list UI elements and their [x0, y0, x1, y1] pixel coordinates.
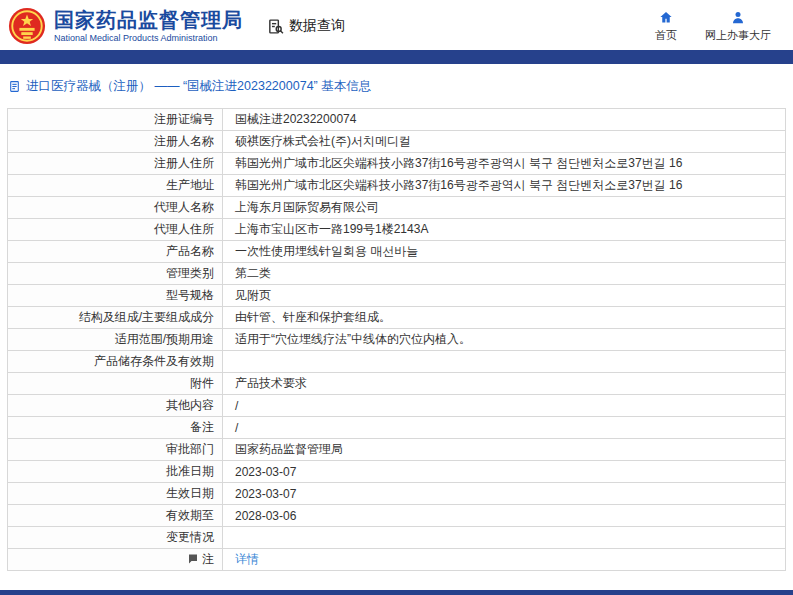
table-row: 结构及组成/主要组成成分 由针管、针座和保护套组成。	[8, 307, 786, 329]
field-value: 上海市宝山区市一路199号1楼2143A	[223, 219, 786, 241]
brand: 国家药品监督管理局 National Medical Products Admi…	[8, 7, 243, 45]
breadcrumb: 进口医疗器械（注册） —— “国械注进20232200074” 基本信息	[0, 64, 793, 95]
field-value: 国械注进20232200074	[223, 109, 786, 131]
field-value: 韩国光州广域市北区尖端科技小路37街16号광주광역시 북구 첨단벤처소로37번길…	[223, 153, 786, 175]
table-row: 其他内容 /	[8, 395, 786, 417]
nav-home-label: 首页	[655, 28, 677, 43]
user-icon	[730, 10, 746, 25]
table-row: 代理人名称 上海东月国际贸易有限公司	[8, 197, 786, 219]
field-value	[223, 351, 786, 373]
field-value: 详情	[223, 549, 786, 571]
note-label: 注	[202, 552, 214, 566]
field-value: 2028-03-06	[223, 505, 786, 527]
field-label: 审批部门	[8, 439, 223, 461]
table-row: 注册人名称 硕祺医疗株式会社(주)서치메디컬	[8, 131, 786, 153]
footer-bar	[0, 590, 793, 595]
field-value: 上海东月国际贸易有限公司	[223, 197, 786, 219]
field-value: 韩国光州广域市北区尖端科技小路37街16号광주광역시 북구 첨단벤처소로37번길…	[223, 175, 786, 197]
field-label: 有效期至	[8, 505, 223, 527]
nav-online-hall[interactable]: 网上办事大厅	[705, 10, 771, 43]
registration-table: 注册证编号 国械注进20232200074 注册人名称 硕祺医疗株式会社(주)서…	[7, 108, 786, 571]
site-subtitle: National Medical Products Administration	[54, 33, 243, 43]
page: 国家药品监督管理局 National Medical Products Admi…	[0, 0, 793, 595]
table-row: 代理人住所 上海市宝山区市一路199号1楼2143A	[8, 219, 786, 241]
breadcrumb-text: 进口医疗器械（注册） —— “国械注进20232200074” 基本信息	[26, 78, 371, 95]
field-value: 由针管、针座和保护套组成。	[223, 307, 786, 329]
field-label: 适用范围/预期用途	[8, 329, 223, 351]
document-icon	[8, 80, 21, 93]
field-value: /	[223, 395, 786, 417]
nav-online-hall-label: 网上办事大厅	[705, 28, 771, 43]
field-label: 注册人住所	[8, 153, 223, 175]
field-label: 产品储存条件及有效期	[8, 351, 223, 373]
field-value: 2023-03-07	[223, 461, 786, 483]
field-label: 产品名称	[8, 241, 223, 263]
table-row: 注 详情	[8, 549, 786, 571]
field-value: 适用于“穴位埋线疗法”中线体的穴位内植入。	[223, 329, 786, 351]
field-label: 生效日期	[8, 483, 223, 505]
field-label: 管理类别	[8, 263, 223, 285]
table-row: 生效日期 2023-03-07	[8, 483, 786, 505]
field-label: 结构及组成/主要组成成分	[8, 307, 223, 329]
nav-home[interactable]: 首页	[655, 10, 677, 43]
nav-data-query-label: 数据查询	[289, 17, 345, 35]
field-label: 注册证编号	[8, 109, 223, 131]
brand-text: 国家药品监督管理局 National Medical Products Admi…	[54, 9, 243, 43]
table-row: 附件 产品技术要求	[8, 373, 786, 395]
table-row: 变更情况	[8, 527, 786, 549]
table-row: 管理类别 第二类	[8, 263, 786, 285]
detail-link[interactable]: 详情	[235, 552, 259, 566]
field-label: 生产地址	[8, 175, 223, 197]
table-row: 适用范围/预期用途 适用于“穴位埋线疗法”中线体的穴位内植入。	[8, 329, 786, 351]
note-bubble-icon	[187, 553, 199, 568]
national-emblem-icon	[8, 7, 46, 45]
field-value	[223, 527, 786, 549]
nav-bar	[0, 50, 793, 64]
table-row: 生产地址 韩国光州广域市北区尖端科技小路37街16号광주광역시 북구 첨단벤처소…	[8, 175, 786, 197]
nav-data-query[interactable]: 数据查询	[267, 17, 345, 35]
field-value: 硕祺医疗株式会社(주)서치메디컬	[223, 131, 786, 153]
field-value: 一次性使用埋线针일회용 매선바늘	[223, 241, 786, 263]
header-right: 首页 网上办事大厅	[655, 10, 781, 43]
table-row: 备注 /	[8, 417, 786, 439]
field-label: 代理人名称	[8, 197, 223, 219]
table-row: 审批部门 国家药品监督管理局	[8, 439, 786, 461]
table-row: 型号规格 见附页	[8, 285, 786, 307]
field-value: 第二类	[223, 263, 786, 285]
table-row: 有效期至 2028-03-06	[8, 505, 786, 527]
table-row: 注册人住所 韩国光州广域市北区尖端科技小路37街16号광주광역시 북구 첨단벤처…	[8, 153, 786, 175]
site-title: 国家药品监督管理局	[54, 9, 243, 31]
field-label: 型号规格	[8, 285, 223, 307]
document-search-icon	[267, 18, 284, 35]
field-label: 注	[8, 549, 223, 571]
field-value: /	[223, 417, 786, 439]
table-row: 产品储存条件及有效期	[8, 351, 786, 373]
field-label: 其他内容	[8, 395, 223, 417]
field-label: 变更情况	[8, 527, 223, 549]
field-label: 注册人名称	[8, 131, 223, 153]
field-value: 国家药品监督管理局	[223, 439, 786, 461]
table-row: 批准日期 2023-03-07	[8, 461, 786, 483]
field-value: 见附页	[223, 285, 786, 307]
field-label: 代理人住所	[8, 219, 223, 241]
field-value: 产品技术要求	[223, 373, 786, 395]
table-row: 产品名称 一次性使用埋线针일회용 매선바늘	[8, 241, 786, 263]
table-row: 注册证编号 国械注进20232200074	[8, 109, 786, 131]
field-label: 附件	[8, 373, 223, 395]
header: 国家药品监督管理局 National Medical Products Admi…	[0, 0, 793, 50]
field-label: 批准日期	[8, 461, 223, 483]
field-value: 2023-03-07	[223, 483, 786, 505]
field-label: 备注	[8, 417, 223, 439]
home-icon	[658, 10, 674, 25]
